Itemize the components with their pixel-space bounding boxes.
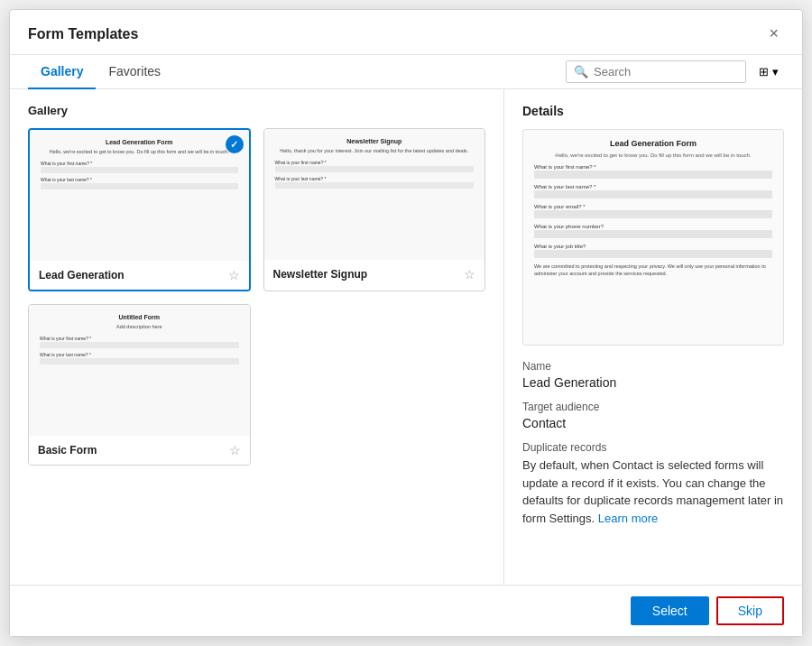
dp-title: Lead Generation Form [534, 139, 772, 148]
detail-audience-section: Target audience Contact [522, 401, 784, 430]
dp-field-5: What is your job title? [534, 244, 772, 258]
selected-check-badge: ✓ [226, 135, 244, 153]
dp-label-1: What is your first name? * [534, 164, 772, 170]
select-button[interactable]: Select [631, 596, 709, 625]
details-heading: Details [522, 104, 784, 118]
card-preview-basic: Untitled Form Add description here What … [29, 305, 250, 436]
card-field-1: What is your first name? * [41, 161, 238, 173]
dp-input-4 [534, 230, 772, 238]
gallery-heading: Gallery [28, 104, 485, 117]
card-desc-lead-generation: Hello, we're excited to get to know you.… [41, 149, 238, 156]
dialog-title: Form Templates [28, 26, 138, 42]
card-preview-newsletter: Newsletter Signup Hello, thank you for y… [264, 129, 485, 260]
card-input-2 [41, 183, 238, 189]
dp-input-3 [534, 210, 772, 218]
card-footer-lead-generation: Lead Generation ☆ [30, 261, 249, 290]
content-area: Gallery Lead Generation Form Hello, we'r… [10, 89, 802, 585]
card-label-2: What is your last name? * [41, 177, 238, 182]
card-input-b-1 [40, 342, 239, 348]
card-field-nl-2: What is your last name? * [275, 176, 475, 189]
skip-button[interactable]: Skip [716, 596, 784, 625]
form-templates-dialog: Form Templates × Gallery Favorites 🔍 ⊞ ▾… [9, 9, 803, 637]
card-name-newsletter: Newsletter Signup [273, 268, 368, 281]
dp-label-2: What is your last name? * [534, 184, 772, 189]
card-input-nl-1 [275, 166, 475, 172]
grid-icon: ⊞ [759, 65, 769, 78]
card-preview-lead-generation: Lead Generation Form Hello, we're excite… [30, 130, 249, 261]
card-desc-basic: Add description here [40, 324, 239, 331]
dp-input-5 [534, 250, 772, 258]
dp-label-3: What is your email? * [534, 204, 772, 209]
tab-favorites[interactable]: Favorites [96, 55, 173, 89]
detail-duplicate-label: Duplicate records [522, 441, 784, 454]
favorite-star-basic[interactable]: ☆ [229, 443, 241, 457]
dp-input-1 [534, 171, 772, 179]
tabs-bar: Gallery Favorites 🔍 ⊞ ▾ [10, 55, 802, 89]
gallery-grid: Lead Generation Form Hello, we're excite… [28, 128, 485, 466]
card-footer-basic: Basic Form ☆ [29, 436, 250, 465]
search-input[interactable] [594, 65, 738, 78]
card-label-b-2: What is your last name? * [40, 352, 239, 357]
dialog-footer: Select Skip [10, 585, 802, 636]
dp-privacy: We are committed to protecting and respe… [534, 263, 772, 277]
card-desc-newsletter: Hello, thank you for your interest. Join… [275, 148, 475, 155]
dp-field-4: What is your phone number? [534, 224, 772, 238]
grid-view-button[interactable]: ⊞ ▾ [753, 61, 784, 82]
tabs-right: 🔍 ⊞ ▾ [566, 60, 784, 83]
card-title-lead-generation: Lead Generation Form [41, 139, 238, 145]
template-card-newsletter[interactable]: Newsletter Signup Hello, thank you for y… [263, 128, 486, 291]
card-label-b-1: What is your first name? * [40, 336, 239, 341]
search-icon: 🔍 [574, 65, 588, 78]
dp-label-4: What is your phone number? [534, 224, 772, 229]
detail-duplicate-body: By default, when Contact is selected for… [522, 457, 784, 527]
card-input-b-2 [40, 358, 239, 365]
detail-name-section: Name Lead Generation [522, 360, 784, 390]
card-label-nl-2: What is your last name? * [275, 176, 475, 181]
dp-desc: Hello, we're excited to get to know you.… [534, 152, 772, 159]
card-title-basic: Untitled Form [40, 314, 239, 320]
card-field-nl-1: What is your first name? * [275, 160, 475, 172]
search-box[interactable]: 🔍 [566, 60, 746, 83]
chevron-down-icon: ▾ [772, 65, 779, 78]
detail-duplicate-section: Duplicate records By default, when Conta… [522, 441, 784, 527]
gallery-panel: Gallery Lead Generation Form Hello, we'r… [10, 89, 504, 585]
card-label-nl-1: What is your first name? * [275, 160, 475, 165]
card-input-1 [41, 167, 238, 173]
detail-audience-label: Target audience [522, 401, 784, 413]
template-card-basic[interactable]: Untitled Form Add description here What … [28, 304, 251, 466]
tab-gallery[interactable]: Gallery [28, 55, 96, 89]
dp-field-3: What is your email? * [534, 204, 772, 218]
learn-more-link[interactable]: Learn more [598, 512, 658, 525]
card-title-newsletter: Newsletter Signup [275, 138, 475, 144]
card-name-lead-generation: Lead Generation [39, 269, 125, 281]
tabs-left: Gallery Favorites [28, 55, 173, 88]
dialog-header: Form Templates × [10, 10, 802, 55]
favorite-star-newsletter[interactable]: ☆ [464, 267, 475, 281]
details-preview: Lead Generation Form Hello, we're excite… [522, 129, 784, 346]
card-field-b-1: What is your first name? * [40, 336, 239, 348]
card-label-1: What is your first name? * [41, 161, 238, 166]
dp-input-2 [534, 190, 772, 198]
detail-audience-value: Contact [522, 416, 784, 430]
detail-name-label: Name [522, 360, 784, 373]
favorite-star-lead-generation[interactable]: ☆ [228, 268, 240, 282]
dp-field-1: What is your first name? * [534, 164, 772, 179]
card-field-2: What is your last name? * [41, 177, 238, 189]
card-footer-newsletter: Newsletter Signup ☆ [264, 260, 485, 289]
card-name-basic: Basic Form [38, 444, 97, 457]
dp-label-5: What is your job title? [534, 244, 772, 249]
card-field-b-2: What is your last name? * [40, 352, 239, 365]
template-card-lead-generation[interactable]: Lead Generation Form Hello, we're excite… [28, 128, 251, 291]
card-input-nl-2 [275, 182, 475, 189]
detail-name-value: Lead Generation [522, 375, 784, 390]
details-panel: Details Lead Generation Form Hello, we'r… [504, 89, 802, 585]
dp-field-2: What is your last name? * [534, 184, 772, 198]
close-button[interactable]: × [763, 23, 784, 45]
